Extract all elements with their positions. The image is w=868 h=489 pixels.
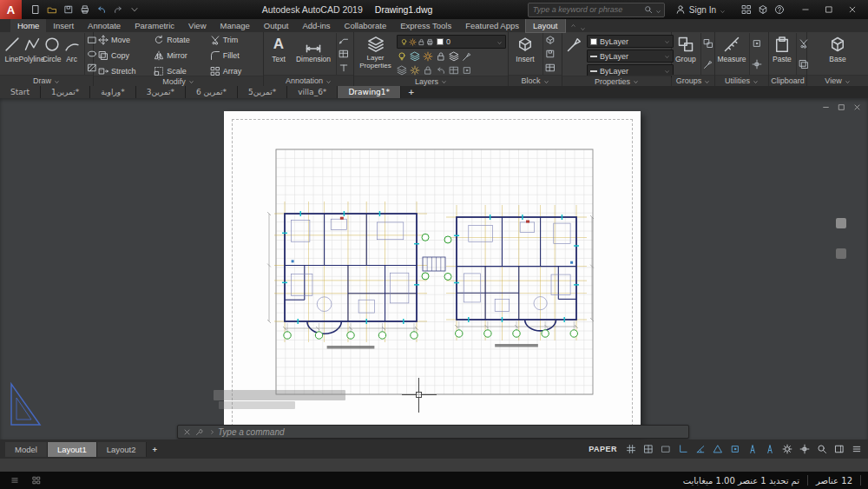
copy-tool[interactable]: Copy [95, 50, 149, 61]
infer-constraints-icon[interactable] [659, 443, 672, 456]
paper-space-button[interactable]: PAPER [589, 445, 617, 453]
thumbnails-view-button[interactable] [29, 473, 43, 488]
layer-freeze-icon[interactable] [423, 50, 433, 63]
search-icon[interactable] [644, 5, 653, 14]
drawing-area[interactable] [0, 98, 868, 439]
command-input[interactable]: Type a command [218, 427, 285, 437]
utilities-panel-label[interactable]: Utilities [715, 75, 768, 86]
ribbon-tab[interactable]: Layout [526, 19, 565, 32]
annotation-autoscale-icon[interactable] [763, 443, 776, 456]
navbar-button[interactable] [836, 248, 846, 259]
file-tab-4[interactable]: تمرين 6* [186, 86, 238, 98]
file-tab-3[interactable]: تمرين3* [136, 86, 186, 98]
help-icon[interactable] [772, 3, 786, 17]
fillet-tool[interactable]: Fillet [207, 50, 261, 61]
file-tab-1[interactable]: تمرين1* [41, 86, 90, 98]
workspace-switching-icon[interactable] [780, 443, 793, 456]
leader-tool-icon[interactable] [339, 34, 349, 46]
file-tab-5[interactable]: تمرين5* [238, 86, 287, 98]
annotation-visibility-icon[interactable] [746, 443, 759, 456]
ribbon-options-icon[interactable] [580, 24, 586, 30]
ribbon-tab[interactable]: Insert [46, 19, 81, 32]
layer-isolate-icon[interactable] [410, 50, 420, 63]
paste-button[interactable]: Paste [771, 33, 793, 75]
command-customize-button[interactable] [195, 428, 203, 436]
layer-select[interactable]: 0 [397, 35, 506, 49]
file-tab-drawing1[interactable]: Drawing1* [338, 86, 401, 98]
snap-mode-icon[interactable] [641, 443, 654, 456]
search-input[interactable] [531, 4, 641, 15]
command-line[interactable]: Type a command [177, 425, 689, 439]
grid-display-icon[interactable] [624, 443, 637, 456]
text-tool[interactable]: A Text [266, 33, 292, 75]
save-icon[interactable] [61, 3, 76, 17]
qat-dropdown-icon[interactable] [127, 3, 141, 17]
arc-tool[interactable]: Arc [62, 33, 82, 75]
ortho-mode-icon[interactable] [676, 443, 689, 456]
rotate-tool[interactable]: Rotate [151, 35, 205, 45]
details-view-button[interactable] [7, 473, 22, 488]
plot-icon[interactable] [77, 3, 92, 17]
redo-icon[interactable] [110, 3, 125, 17]
ribbon-tab[interactable]: Parametric [128, 19, 181, 32]
object-color-select[interactable]: ByLayer [587, 35, 674, 48]
zoom-status-icon[interactable] [815, 443, 828, 456]
file-tab-start[interactable]: Start [0, 86, 41, 98]
mirror-tool[interactable]: Mirror [151, 50, 205, 61]
measure-button[interactable]: Measure [717, 33, 746, 75]
layers-panel-label[interactable]: Layers [354, 76, 508, 86]
drawing-restore-icon[interactable] [838, 103, 845, 111]
layer-walk-icon[interactable] [462, 64, 472, 76]
layout1-tab[interactable]: Layout1 [48, 442, 97, 457]
match-properties-button[interactable] [564, 33, 585, 76]
navbar-button[interactable] [836, 218, 846, 228]
model-tab[interactable]: Model [5, 442, 48, 457]
ribbon-tab[interactable]: Manage [214, 19, 257, 32]
isodraft-icon[interactable] [711, 443, 724, 456]
ribbon-collapse-icon[interactable] [570, 24, 576, 30]
undo-icon[interactable] [94, 3, 108, 17]
lineweight-select[interactable]: ByLayer [587, 50, 674, 63]
move-tool[interactable]: Move [95, 35, 149, 45]
layer-unisolate-icon[interactable] [397, 64, 407, 76]
annotation-panel-label[interactable]: Annotation [264, 75, 353, 86]
group-edit-icon[interactable] [703, 58, 713, 70]
file-tab-2[interactable]: وراوية* [90, 86, 135, 98]
ribbon-tab[interactable]: Collaborate [338, 19, 394, 32]
layer-match-icon[interactable] [462, 50, 472, 63]
ribbon-tab[interactable]: Add-ins [295, 19, 337, 32]
autocad-logo[interactable]: A [0, 0, 22, 19]
clean-screen-icon[interactable] [832, 443, 845, 456]
command-close-button[interactable] [183, 428, 191, 436]
pan-icon[interactable] [798, 443, 811, 456]
open-file-icon[interactable] [44, 3, 59, 17]
layer-previous-icon[interactable] [436, 64, 446, 76]
ribbon-tab[interactable]: Home [10, 19, 46, 32]
base-view-button[interactable]: Base [825, 33, 851, 75]
table-tool-icon[interactable] [339, 48, 349, 60]
create-block-icon[interactable] [545, 34, 556, 46]
groups-panel-label[interactable]: Groups [672, 75, 714, 86]
polar-tracking-icon[interactable] [694, 443, 707, 456]
new-file-icon[interactable] [28, 3, 43, 17]
id-point-icon[interactable] [752, 58, 762, 70]
file-tab-6[interactable]: villa_6* [287, 86, 338, 98]
layer-off-icon[interactable] [397, 50, 407, 63]
layout2-tab[interactable]: Layout2 [97, 442, 147, 457]
ribbon-tab[interactable]: Output [257, 19, 296, 32]
customization-icon[interactable] [850, 443, 863, 456]
layer-thaw-all-icon[interactable] [410, 64, 420, 76]
insert-block-button[interactable]: Insert [510, 33, 540, 75]
search-box[interactable] [528, 3, 665, 17]
circle-tool[interactable]: Circle [42, 33, 62, 75]
sign-in-button[interactable]: Sign In [668, 4, 733, 15]
write-block-icon[interactable] [545, 48, 556, 60]
dimension-tool[interactable]: Dimension [293, 33, 333, 75]
view-panel-label[interactable]: View [807, 75, 868, 86]
new-drawing-tab-button[interactable]: + [401, 86, 422, 98]
layer-state-icon[interactable] [449, 64, 459, 76]
quick-select-icon[interactable] [752, 37, 762, 50]
search-caret-icon[interactable] [655, 7, 661, 13]
properties-panel-label[interactable]: Properties [562, 76, 671, 86]
ribbon-tab[interactable]: Featured Apps [458, 19, 526, 32]
